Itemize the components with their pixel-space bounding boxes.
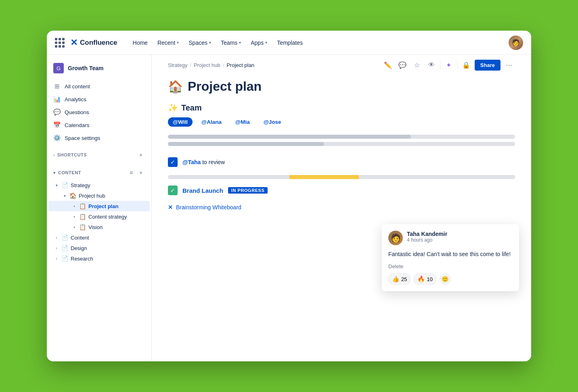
progress-bars [152, 133, 531, 151]
sidebar-item-space-settings[interactable]: ⚙️ Space settings [47, 131, 151, 144]
add-reaction-emoji: 🙂 [442, 276, 448, 282]
page-content: Strategy / Project hub / Project plan ✏️… [152, 55, 531, 361]
spaces-chevron-icon: ▾ [209, 40, 211, 45]
comment-body: Fantastic idea! Can't wait to see this c… [388, 250, 513, 259]
toolbar-divider-2 [457, 61, 458, 69]
nav-templates[interactable]: Templates [273, 37, 307, 48]
team-section-heading: ✨ Team [152, 98, 531, 116]
breadcrumb-project-hub[interactable]: Project hub [194, 62, 220, 68]
progress-bar-1 [168, 135, 515, 139]
shortcuts-toggle[interactable]: › [53, 152, 55, 157]
tree-content-strategy[interactable]: • 📋 Content strategy [48, 211, 150, 222]
tree-project-hub[interactable]: ▾ 🏠 Project hub [48, 190, 150, 201]
mention-jose[interactable]: @Jose [259, 117, 286, 127]
delete-button[interactable]: Delete [388, 263, 513, 269]
content-tree-toggle: › [53, 234, 60, 241]
view-button[interactable]: 👁 [425, 59, 438, 71]
add-shortcut-button[interactable]: + [137, 151, 145, 159]
task-mention[interactable]: @Taha [182, 159, 201, 165]
nav-home[interactable]: Home [129, 37, 152, 48]
questions-icon: 💬 [53, 108, 61, 116]
lock-icon[interactable]: 🔒 [460, 59, 472, 71]
more-options-button[interactable]: ⋯ [503, 59, 515, 71]
status-badge-in-progress: IN PROGRESS [228, 187, 268, 194]
mention-mia[interactable]: @Mia [230, 117, 255, 127]
team-emoji: ✨ [168, 103, 178, 113]
comment-reactions: 👍 25 🔥 10 🙂 [388, 273, 513, 285]
tree-strategy[interactable]: ▾ 📄 Strategy [48, 180, 150, 190]
edit-button[interactable]: ✏️ [382, 59, 394, 71]
brand-launch-name[interactable]: Brand Launch [182, 187, 223, 194]
task-checkbox[interactable]: ✓ [168, 157, 178, 167]
brand-launch-checkbox[interactable]: ✓ [168, 186, 178, 195]
design-toggle: › [53, 245, 60, 251]
mention-will[interactable]: @Will [168, 117, 193, 127]
apps-chevron-icon: ▾ [265, 40, 267, 45]
sidebar-item-questions[interactable]: 💬 Questions [47, 106, 151, 119]
project-plan-toggle: • [71, 203, 77, 209]
content-toggle[interactable]: ▾ [53, 170, 56, 175]
main-area: G Growth Team ⊞ All content 📊 Analytics … [47, 55, 531, 361]
tree-research[interactable]: › 📄 Research [48, 253, 150, 264]
star-button[interactable]: ☆ [411, 59, 423, 71]
project-hub-toggle: ▾ [61, 192, 68, 199]
content-strategy-toggle: • [71, 213, 77, 220]
comment-author: Taha Kandemir [407, 231, 513, 237]
task-row: ✓ @Taha to review [152, 152, 531, 172]
grid-icon[interactable] [55, 38, 65, 48]
partial-bar-container [152, 173, 531, 181]
breadcrumb: Strategy / Project hub / Project plan [168, 62, 254, 68]
top-nav: ✕ Confluence Home Recent ▾ Spaces ▾ Team… [47, 31, 531, 55]
confluence-x-icon: ✕ [70, 38, 77, 48]
nav-teams[interactable]: Teams ▾ [217, 37, 245, 48]
shortcuts-section: › SHORTCUTS + [47, 148, 151, 162]
mention-alana[interactable]: @Alana [197, 117, 226, 127]
filter-content-button[interactable]: ≡ [127, 169, 135, 177]
breadcrumb-strategy[interactable]: Strategy [168, 62, 187, 68]
sidebar-item-calendars[interactable]: 📅 Calendars [47, 119, 151, 131]
breadcrumb-current: Project plan [226, 62, 254, 68]
progress-fill-2 [168, 142, 324, 146]
comment-avatar: 🧑 [388, 231, 403, 245]
nav-spaces[interactable]: Spaces ▾ [184, 37, 215, 48]
tree-content[interactable]: › 📄 Content [48, 232, 150, 243]
tree-design[interactable]: › 📄 Design [48, 243, 150, 253]
add-content-button[interactable]: + [137, 169, 145, 177]
add-reaction-button[interactable]: 🙂 [440, 273, 451, 285]
shortcuts-label: SHORTCUTS [57, 152, 87, 157]
tree-vision[interactable]: • 📋 Vision [48, 222, 150, 232]
thumbs-up-reaction[interactable]: 👍 25 [388, 273, 410, 285]
partial-progress-bar [168, 175, 515, 179]
space-icon: G [53, 63, 64, 73]
share-button[interactable]: Share [475, 60, 501, 71]
confluence-logo[interactable]: ✕ Confluence [70, 38, 117, 48]
fire-count: 10 [427, 276, 432, 282]
nav-recent[interactable]: Recent ▾ [153, 37, 183, 48]
sidebar-item-analytics[interactable]: 📊 Analytics [47, 93, 151, 106]
progress-bar-2 [168, 142, 515, 146]
nav-links: Home Recent ▾ Spaces ▾ Teams ▾ Apps ▾ Te… [129, 37, 509, 48]
content-label: CONTENT [58, 170, 81, 175]
brand-launch-row: ✓ Brand Launch IN PROGRESS [152, 181, 531, 200]
user-avatar[interactable]: 🧑 [509, 35, 523, 50]
content-section: ▾ CONTENT ≡ + [47, 165, 151, 180]
sidebar-item-all-content[interactable]: ⊞ All content [47, 80, 151, 93]
whiteboard-label[interactable]: Brainstorming Whiteboard [176, 204, 241, 211]
toolbar-divider [440, 61, 440, 69]
space-settings-icon: ⚙️ [53, 134, 61, 142]
task-text: @Taha to review [182, 159, 225, 165]
fire-reaction[interactable]: 🔥 10 [414, 273, 436, 285]
all-content-icon: ⊞ [53, 83, 61, 90]
page-title-area: 🏠 Project plan [152, 71, 531, 98]
space-header[interactable]: G Growth Team [47, 60, 151, 77]
confluence-logo-text: Confluence [80, 39, 117, 47]
whiteboard-row[interactable]: ✕ Brainstorming Whiteboard [152, 200, 531, 215]
ai-button[interactable]: ✦ [443, 59, 455, 71]
research-toggle: › [53, 255, 60, 262]
nav-apps[interactable]: Apps ▾ [247, 37, 271, 48]
tree-project-plan[interactable]: • 📋 Project plan [48, 201, 150, 211]
page-title-text: Project plan [188, 79, 262, 94]
comment-button[interactable]: 💬 [396, 59, 408, 71]
vision-toggle: • [71, 224, 77, 230]
bar-yellow [289, 175, 359, 179]
